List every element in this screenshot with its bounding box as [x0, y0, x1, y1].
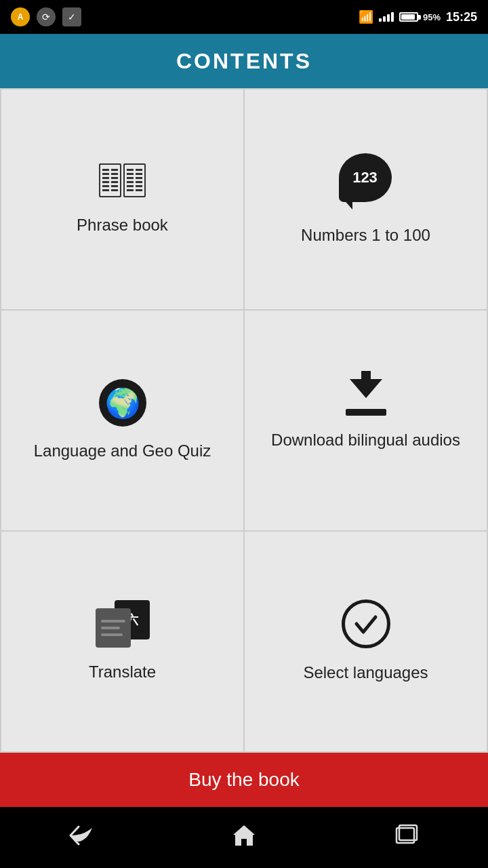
translate-icon: 六	[96, 600, 150, 648]
back-button[interactable]	[61, 817, 102, 858]
svg-rect-2	[102, 169, 109, 171]
svg-rect-8	[111, 169, 118, 171]
book-icon	[99, 163, 146, 201]
phrase-book-item[interactable]: Phrase book	[1, 90, 243, 309]
svg-rect-12	[111, 185, 118, 187]
select-languages-item[interactable]: Select languages	[245, 532, 487, 751]
recents-button[interactable]	[386, 817, 427, 858]
battery-indicator: 95%	[399, 12, 441, 22]
vpn-icon: ⟳	[37, 7, 56, 26]
wifi-icon: 📶	[359, 9, 373, 24]
app-header: CONTENTS	[0, 34, 488, 88]
home-button[interactable]	[224, 817, 264, 858]
signal-bars	[379, 12, 394, 22]
numbers-item[interactable]: 123 Numbers 1 to 100	[245, 90, 487, 309]
language-quiz-label: Language and Geo Quiz	[34, 440, 211, 461]
svg-rect-21	[127, 189, 134, 191]
status-bar: A ⟳ ✓ 📶 95% 15:25	[0, 0, 488, 34]
battery-percent: 95%	[423, 12, 441, 22]
svg-rect-27	[136, 189, 142, 191]
svg-rect-20	[127, 185, 134, 187]
status-left-icons: A ⟳ ✓	[11, 7, 81, 26]
contents-grid: Phrase book 123 Numbers 1 to 100 🌍 Langu…	[0, 88, 488, 753]
select-languages-label: Select languages	[303, 662, 428, 683]
buy-book-label: Buy the book	[188, 769, 299, 791]
translate-item[interactable]: 六 Translate	[1, 532, 243, 751]
check-circle-icon	[342, 599, 390, 648]
numbers-badge-text: 123	[352, 169, 378, 186]
phrase-book-label: Phrase book	[77, 214, 168, 235]
status-right-icons: 📶 95% 15:25	[359, 9, 477, 24]
download-icon	[346, 390, 386, 416]
svg-rect-19	[127, 181, 134, 183]
home-icon	[232, 824, 256, 852]
numbers-label: Numbers 1 to 100	[301, 224, 430, 245]
svg-marker-28	[233, 825, 255, 846]
notification-icon: A	[11, 7, 30, 26]
page-title: CONTENTS	[176, 49, 312, 74]
svg-rect-4	[102, 177, 109, 179]
svg-rect-10	[111, 177, 118, 179]
task-icon: ✓	[62, 7, 81, 26]
svg-rect-13	[111, 189, 118, 191]
svg-rect-25	[136, 181, 142, 183]
svg-rect-6	[102, 185, 109, 187]
svg-rect-24	[136, 177, 142, 179]
svg-rect-23	[136, 173, 142, 175]
svg-rect-22	[136, 169, 142, 171]
svg-rect-16	[127, 169, 134, 171]
svg-rect-11	[111, 181, 118, 183]
buy-book-button[interactable]: Buy the book	[0, 753, 488, 807]
svg-rect-9	[111, 173, 118, 175]
download-audios-label: Download bilingual audios	[271, 429, 460, 450]
svg-rect-18	[127, 177, 134, 179]
recents-icon	[395, 824, 418, 852]
language-quiz-item[interactable]: 🌍 Language and Geo Quiz	[1, 311, 243, 530]
svg-rect-17	[127, 173, 134, 175]
svg-rect-7	[102, 189, 109, 191]
svg-rect-26	[136, 185, 142, 187]
numbers-icon: 123	[339, 153, 393, 211]
back-icon	[69, 825, 94, 850]
nav-bar	[0, 807, 488, 868]
svg-rect-5	[102, 181, 109, 183]
status-time: 15:25	[446, 10, 477, 24]
svg-rect-3	[102, 173, 109, 175]
download-audios-item[interactable]: Download bilingual audios	[245, 311, 487, 530]
translate-label: Translate	[89, 661, 156, 682]
globe-icon: 🌍	[99, 379, 146, 427]
